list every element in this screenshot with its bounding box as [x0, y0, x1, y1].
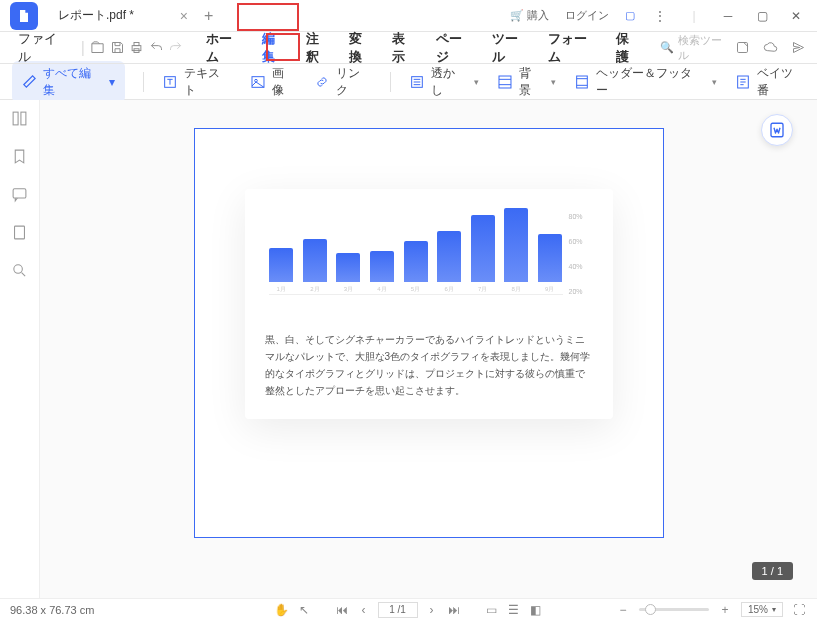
menu-protect[interactable]: 保護	[608, 26, 649, 70]
zoom-slider[interactable]	[639, 608, 709, 611]
prev-page-icon[interactable]: ‹	[356, 602, 372, 618]
zoom-value[interactable]: 15% ▾	[741, 602, 783, 617]
document-content: 80% 60% 40% 20% 1月2月3月4月5月6月7月8月9月 黒、白、そ…	[245, 189, 613, 419]
single-view-icon[interactable]: ▭	[484, 602, 500, 618]
cloud-icon[interactable]	[761, 39, 779, 57]
send-icon[interactable]	[789, 39, 807, 57]
zoom-out-icon[interactable]: −	[615, 602, 631, 618]
document-page[interactable]: 80% 60% 40% 20% 1月2月3月4月5月6月7月8月9月 黒、白、そ…	[194, 128, 664, 538]
comment-icon[interactable]	[10, 184, 30, 204]
thumbnail-icon[interactable]	[10, 108, 30, 128]
svg-rect-8	[499, 76, 511, 88]
two-page-view-icon[interactable]: ◧	[528, 602, 544, 618]
text-tool[interactable]: テキスト	[162, 65, 232, 99]
watermark-tool[interactable]: 透かし▾	[409, 65, 480, 99]
bookmark-icon[interactable]	[10, 146, 30, 166]
svg-rect-12	[21, 112, 26, 125]
chart-y-axis: 80% 60% 40% 20%	[569, 213, 593, 295]
last-page-icon[interactable]: ⏭	[446, 602, 462, 618]
menu-form[interactable]: フォーム	[540, 26, 607, 70]
continuous-view-icon[interactable]: ☰	[506, 602, 522, 618]
open-icon[interactable]	[89, 39, 107, 57]
buy-link[interactable]: 🛒購入	[504, 6, 555, 25]
share-icon[interactable]	[733, 39, 751, 57]
menu-convert[interactable]: 変換	[341, 26, 382, 70]
svg-rect-3	[737, 43, 747, 53]
svg-point-15	[14, 264, 22, 273]
chart-bars: 1月2月3月4月5月6月7月8月9月	[269, 213, 563, 295]
header-footer-tool[interactable]: ヘッダー＆フッター▾	[574, 65, 717, 99]
hand-tool-icon[interactable]: ✋	[274, 602, 290, 618]
menu-page[interactable]: ページ	[428, 26, 482, 70]
close-tab-icon[interactable]: ×	[180, 8, 188, 24]
separator	[143, 72, 144, 92]
new-tab-button[interactable]: +	[204, 7, 213, 25]
close-button[interactable]: ✕	[781, 1, 811, 31]
svg-rect-0	[132, 46, 141, 51]
maximize-button[interactable]: ▢	[747, 1, 777, 31]
first-page-icon[interactable]: ⏮	[334, 602, 350, 618]
sidebar-left	[0, 100, 40, 598]
document-paragraph: 黒、白、そしてシグネチャーカラーであるハイライトレッドというミニマルなパレットで…	[265, 331, 593, 399]
separator	[390, 72, 391, 92]
bar-chart: 80% 60% 40% 20% 1月2月3月4月5月6月7月8月9月	[265, 213, 593, 313]
notification-icon[interactable]: ▢	[619, 7, 641, 24]
select-tool-icon[interactable]: ↖	[296, 602, 312, 618]
svg-rect-1	[134, 43, 139, 46]
canvas[interactable]: 80% 60% 40% 20% 1月2月3月4月5月6月7月8月9月 黒、白、そ…	[40, 100, 817, 598]
svg-rect-11	[13, 112, 18, 125]
minimize-button[interactable]: ─	[713, 1, 743, 31]
background-tool[interactable]: 背景▾	[497, 65, 556, 99]
divider: |	[679, 1, 709, 31]
undo-icon[interactable]	[147, 39, 165, 57]
next-page-icon[interactable]: ›	[424, 602, 440, 618]
svg-rect-9	[577, 76, 588, 88]
menu-edit[interactable]: 編集	[254, 26, 295, 70]
bates-tool[interactable]: ベイツ番	[735, 65, 805, 99]
fit-page-icon[interactable]: ⛶	[791, 602, 807, 618]
chevron-down-icon: ▾	[109, 75, 115, 89]
menu-view[interactable]: 表示	[384, 26, 425, 70]
separator: |	[81, 39, 85, 57]
print-icon[interactable]	[128, 39, 146, 57]
attachment-icon[interactable]	[10, 222, 30, 242]
menu-file[interactable]: ファイル	[10, 26, 77, 70]
login-link[interactable]: ログイン	[559, 6, 615, 25]
tab-title: レポート.pdf *	[58, 7, 134, 24]
edit-all-label: すべて編集	[43, 65, 103, 99]
search-panel-icon[interactable]	[10, 260, 30, 280]
menu-home[interactable]: ホーム	[198, 26, 252, 70]
search-tools[interactable]: 🔍 検索ツール	[660, 33, 731, 63]
page-indicator[interactable]: 1 /1	[378, 602, 418, 618]
link-tool[interactable]: リンク	[314, 65, 372, 99]
menu-annotate[interactable]: 注釈	[298, 26, 339, 70]
svg-rect-14	[15, 226, 25, 239]
zoom-thumb[interactable]	[645, 604, 656, 615]
svg-rect-13	[13, 188, 26, 197]
image-tool[interactable]: 画像	[250, 65, 296, 99]
word-export-button[interactable]	[761, 114, 793, 146]
dimensions-readout: 96.38 x 76.73 cm	[10, 604, 94, 616]
zoom-in-icon[interactable]: +	[717, 602, 733, 618]
redo-icon[interactable]	[167, 39, 185, 57]
page-badge: 1 / 1	[752, 562, 793, 580]
save-icon[interactable]	[108, 39, 126, 57]
menu-tool[interactable]: ツール	[484, 26, 538, 70]
